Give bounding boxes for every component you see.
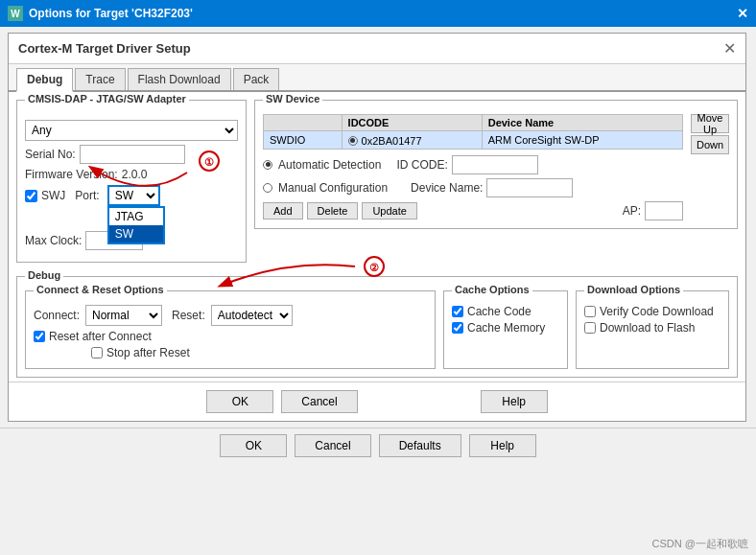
stop-after-reset-checkbox[interactable]: [91, 347, 103, 358]
firmware-value: 2.0.0: [122, 168, 148, 181]
manual-config-label: Manual Configuration: [278, 181, 388, 195]
inner-bottom-buttons: OK Cancel Help: [9, 382, 745, 421]
connect-reset-label: Connect & Reset Options: [34, 284, 167, 295]
firmware-label: Firmware Version:: [25, 168, 118, 181]
inner-title: Cortex-M Target Driver Setup: [18, 41, 191, 56]
serial-no-label: Serial No:: [25, 148, 76, 161]
update-button[interactable]: Update: [362, 202, 416, 220]
watermark: CSDN @一起和歌嗻: [652, 537, 748, 551]
reset-after-connect-checkbox[interactable]: [34, 331, 45, 342]
add-button[interactable]: Add: [263, 202, 303, 220]
ap-label: AP:: [623, 204, 641, 218]
inner-ok-button[interactable]: OK: [206, 390, 273, 413]
verify-code-checkbox[interactable]: [584, 306, 596, 317]
right-panel: SW Device IDCODE Device Name: [254, 100, 738, 263]
outer-cancel-button[interactable]: Cancel: [295, 434, 370, 457]
manual-config-radio[interactable]: [263, 183, 272, 193]
table-row[interactable]: SWDIO 0x2BA01477 ARM CoreSigh: [264, 131, 683, 150]
tab-trace[interactable]: Trace: [75, 68, 125, 90]
outer-ok-button[interactable]: OK: [220, 434, 287, 457]
cache-memory-checkbox[interactable]: [452, 322, 463, 334]
left-panel: CMSIS-DAP - JTAG/SW Adapter Any Serial N…: [16, 100, 247, 263]
debug-inner: Connect & Reset Options Connect: Normal …: [25, 290, 729, 369]
verify-code-label: Verify Code Download: [600, 305, 714, 318]
outer-titlebar: W Options for Target 'CH32F203' ✕: [0, 0, 756, 27]
sw-device-label: SW Device: [263, 93, 322, 104]
device-name-label: Device Name:: [411, 181, 483, 195]
inner-titlebar: Cortex-M Target Driver Setup ✕: [9, 34, 745, 64]
move-up-button[interactable]: MoveUp: [691, 114, 729, 133]
inner-close-button[interactable]: ✕: [723, 39, 736, 58]
outer-bottom-buttons: OK Cancel Defaults Help CSDN @一起和歌嗻: [0, 428, 756, 463]
id-code-label: ID CODE:: [396, 158, 447, 172]
outer-help-button[interactable]: Help: [469, 434, 536, 457]
download-to-flash-label: Download to Flash: [600, 321, 695, 335]
col-device-name: Device Name: [482, 115, 682, 131]
port-select[interactable]: JTAG SW: [107, 185, 160, 206]
app-icon: W: [8, 6, 23, 21]
tabs-bar: Debug Trace Flash Download Pack: [9, 64, 745, 92]
cache-code-label: Cache Code: [467, 305, 532, 318]
download-options-label: Download Options: [584, 284, 683, 295]
cache-options-label: Cache Options: [452, 284, 532, 295]
outer-content: Cortex-M Target Driver Setup ✕ Debug Tra…: [0, 27, 756, 428]
outer-title: Options for Target 'CH32F203': [29, 7, 193, 20]
outer-defaults-button[interactable]: Defaults: [379, 434, 461, 457]
move-down-button[interactable]: Down: [691, 135, 729, 154]
reset-label: Reset:: [172, 309, 205, 322]
inner-window: Cortex-M Target Driver Setup ✕ Debug Tra…: [8, 33, 746, 422]
tab-pack[interactable]: Pack: [233, 68, 280, 90]
cmsis-group-label: CMSIS-DAP - JTAG/SW Adapter: [25, 93, 189, 104]
inner-cancel-button[interactable]: Cancel: [281, 390, 357, 413]
auto-detect-radio[interactable]: [263, 160, 272, 170]
cache-code-checkbox[interactable]: [452, 306, 463, 317]
row-device-name: ARM CoreSight SW-DP: [482, 131, 682, 150]
cache-group: Cache Options Cache Code Cache Memory: [443, 290, 568, 369]
download-group: Download Options Verify Code Download Do…: [576, 290, 729, 369]
row-radio: [348, 136, 358, 146]
port-popup: JTAG SW: [107, 206, 165, 244]
inner-help-button[interactable]: Help: [481, 390, 548, 413]
col-prefix: [264, 115, 343, 131]
col-idcode: IDCODE: [342, 115, 482, 131]
connect-select[interactable]: Normal: [85, 305, 162, 326]
outer-window: W Options for Target 'CH32F203' ✕ Cortex…: [0, 0, 756, 555]
cache-memory-label: Cache Memory: [467, 321, 545, 335]
serial-no-input[interactable]: 0001A0000001: [80, 145, 185, 164]
tab-debug[interactable]: Debug: [16, 68, 73, 92]
delete-button[interactable]: Delete: [307, 202, 359, 220]
main-content: CMSIS-DAP - JTAG/SW Adapter Any Serial N…: [9, 92, 745, 270]
cmsis-group: CMSIS-DAP - JTAG/SW Adapter Any Serial N…: [16, 100, 247, 263]
radio-filled: 0x2BA01477: [348, 135, 422, 147]
port-label: Port:: [75, 189, 99, 202]
port-popup-jtag[interactable]: JTAG: [109, 208, 163, 225]
device-name-input[interactable]: [486, 178, 573, 197]
swj-label: SWJ: [41, 189, 65, 202]
sw-device-group: SW Device IDCODE Device Name: [254, 100, 738, 229]
stop-after-reset-label: Stop after Reset: [106, 346, 190, 359]
download-to-flash-checkbox[interactable]: [584, 322, 596, 334]
auto-detect-label: Automatic Detection: [278, 158, 381, 172]
outer-close-button[interactable]: ✕: [737, 6, 748, 21]
debug-section: Debug Connect & Reset Options Connect: N…: [16, 276, 738, 378]
ap-input[interactable]: 0x00: [645, 201, 683, 220]
debug-label: Debug: [25, 269, 63, 281]
move-buttons: MoveUp Down: [691, 114, 729, 220]
adapter-select[interactable]: Any: [25, 120, 238, 141]
tab-flash-download[interactable]: Flash Download: [128, 68, 231, 90]
connect-label: Connect:: [34, 309, 80, 322]
id-code-input[interactable]: [452, 155, 538, 174]
port-popup-sw[interactable]: SW: [109, 225, 163, 243]
port-select-container: JTAG SW JTAG SW: [107, 185, 160, 206]
max-clock-label: Max Clock:: [25, 234, 82, 247]
reset-after-connect-label: Reset after Connect: [49, 330, 152, 343]
swj-checkbox[interactable]: [25, 190, 37, 202]
row-prefix: SWDIO: [264, 131, 343, 150]
connect-reset-group: Connect & Reset Options Connect: Normal …: [25, 290, 436, 369]
row-idcode: 0x2BA01477: [342, 131, 482, 150]
sw-device-table: IDCODE Device Name SWDIO: [263, 114, 683, 150]
reset-select[interactable]: Autodetect: [211, 305, 293, 326]
